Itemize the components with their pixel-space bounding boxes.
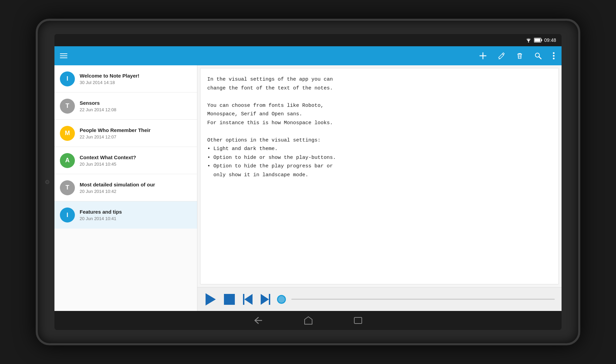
list-item-content: Features and tips 20 Jun 2014 10:41 bbox=[80, 209, 192, 221]
status-bar: 09:48 bbox=[54, 34, 562, 46]
skip-prev-icon bbox=[243, 294, 253, 305]
search-icon bbox=[534, 52, 542, 60]
list-item-active[interactable]: I Features and tips 20 Jun 2014 10:41 bbox=[54, 201, 197, 229]
battery-icon bbox=[534, 38, 542, 43]
add-button[interactable] bbox=[478, 51, 488, 61]
avatar: T bbox=[60, 99, 75, 114]
avatar: M bbox=[60, 126, 75, 141]
list-item[interactable]: M People Who Remember Their 22 Jun 2014 … bbox=[54, 120, 197, 147]
list-item-title: Features and tips bbox=[80, 209, 192, 215]
tablet-frame: 09:48 bbox=[36, 19, 580, 345]
edit-button[interactable] bbox=[496, 51, 506, 61]
detail-panel: In the visual settings of the app you ca… bbox=[197, 65, 562, 311]
notes-list: I Welcome to Note Player! 30 Jul 2014 14… bbox=[54, 65, 197, 311]
note-content-area: In the visual settings of the app you ca… bbox=[200, 68, 559, 284]
svg-point-13 bbox=[553, 55, 555, 57]
avatar: T bbox=[60, 180, 75, 195]
avatar: A bbox=[60, 153, 75, 168]
play-icon bbox=[206, 293, 216, 305]
recents-icon bbox=[354, 317, 362, 324]
list-item-content: Most detailed simulation of our 20 Jun 2… bbox=[80, 182, 192, 194]
stop-button[interactable] bbox=[223, 293, 236, 306]
list-item[interactable]: T Sensors 22 Jun 2014 12:08 bbox=[54, 93, 197, 120]
list-item[interactable]: A Context What Context? 20 Jun 2014 10:4… bbox=[54, 147, 197, 174]
svg-point-0 bbox=[528, 42, 529, 43]
more-icon bbox=[553, 52, 555, 60]
skip-prev-button[interactable] bbox=[242, 293, 254, 306]
camera-dot bbox=[45, 180, 49, 184]
svg-rect-3 bbox=[534, 39, 540, 42]
nav-bar bbox=[54, 311, 562, 330]
list-item-content: People Who Remember Their 22 Jun 2014 12… bbox=[80, 127, 192, 139]
svg-line-11 bbox=[539, 57, 541, 59]
search-button[interactable] bbox=[533, 51, 543, 61]
svg-rect-17 bbox=[354, 317, 362, 324]
delete-button[interactable] bbox=[515, 51, 525, 61]
list-item-date: 20 Jun 2014 10:41 bbox=[80, 216, 192, 221]
more-button[interactable] bbox=[551, 51, 556, 61]
list-item[interactable]: I Welcome to Note Player! 30 Jul 2014 14… bbox=[54, 65, 197, 93]
home-button[interactable] bbox=[304, 316, 313, 325]
list-item-date: 20 Jun 2014 10:45 bbox=[80, 162, 192, 167]
skip-next-icon bbox=[261, 294, 270, 305]
note-text: In the visual settings of the app you ca… bbox=[207, 75, 552, 179]
hamburger-menu[interactable] bbox=[60, 53, 67, 58]
app-area: I Welcome to Note Player! 30 Jul 2014 14… bbox=[54, 46, 562, 311]
svg-point-14 bbox=[553, 58, 555, 60]
list-item[interactable]: T Most detailed simulation of our 20 Jun… bbox=[54, 174, 197, 201]
list-item-title: Sensors bbox=[80, 100, 192, 106]
list-item-date: 20 Jun 2014 10:42 bbox=[80, 189, 192, 194]
progress-bar[interactable] bbox=[291, 299, 555, 300]
wifi-icon bbox=[525, 37, 532, 43]
list-item-title: People Who Remember Their bbox=[80, 127, 192, 133]
back-icon bbox=[254, 317, 263, 324]
tablet-screen: 09:48 bbox=[54, 34, 562, 330]
avatar: I bbox=[60, 71, 75, 86]
add-icon bbox=[479, 52, 487, 60]
status-icons: 09:48 bbox=[525, 37, 556, 43]
player-bar bbox=[197, 287, 562, 311]
recents-button[interactable] bbox=[354, 317, 362, 324]
list-item-date: 22 Jun 2014 12:07 bbox=[80, 134, 192, 139]
main-content: I Welcome to Note Player! 30 Jul 2014 14… bbox=[54, 65, 562, 311]
play-button[interactable] bbox=[204, 292, 217, 307]
svg-point-12 bbox=[553, 52, 555, 54]
list-item-content: Welcome to Note Player! 30 Jul 2014 14:1… bbox=[80, 73, 192, 85]
trash-icon bbox=[516, 52, 523, 60]
edit-icon bbox=[498, 52, 505, 60]
progress-indicator[interactable] bbox=[277, 295, 286, 304]
list-item-content: Context What Context? 20 Jun 2014 10:45 bbox=[80, 154, 192, 167]
list-item-date: 30 Jul 2014 14:18 bbox=[80, 80, 192, 85]
top-bar bbox=[54, 46, 562, 65]
svg-rect-2 bbox=[541, 39, 542, 41]
back-button[interactable] bbox=[254, 317, 263, 324]
list-item-title: Most detailed simulation of our bbox=[80, 182, 192, 187]
svg-marker-16 bbox=[305, 317, 312, 324]
status-time: 09:48 bbox=[544, 37, 556, 43]
stop-icon bbox=[224, 294, 235, 305]
skip-next-button[interactable] bbox=[259, 293, 272, 306]
avatar: I bbox=[60, 208, 75, 222]
list-item-title: Context What Context? bbox=[80, 154, 192, 160]
top-bar-actions bbox=[478, 51, 556, 61]
list-item-date: 22 Jun 2014 12:08 bbox=[80, 107, 192, 112]
list-item-content: Sensors 22 Jun 2014 12:08 bbox=[80, 100, 192, 112]
home-icon bbox=[304, 316, 313, 325]
list-item-title: Welcome to Note Player! bbox=[80, 73, 192, 79]
